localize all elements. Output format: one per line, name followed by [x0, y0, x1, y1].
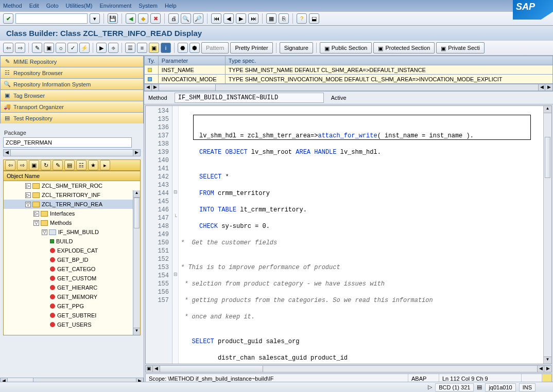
tree-hierarchy-icon[interactable]: ☷: [76, 160, 87, 170]
param-hscroll[interactable]: ◀▶◀▶: [144, 84, 553, 91]
new-session-icon[interactable]: ▦: [266, 13, 276, 24]
tab-mime-repository[interactable]: ✎MIME Repository: [0, 56, 144, 67]
exit-icon[interactable]: ◆: [138, 13, 148, 24]
tree-node[interactable]: ▷ZCL_SHM_TERR_ROC: [4, 181, 140, 190]
package-hscroll[interactable]: ◀▶: [3, 149, 141, 156]
check-icon[interactable]: ✓: [67, 43, 78, 53]
tree-display-icon[interactable]: ✎: [53, 160, 63, 170]
tree-filter-icon[interactable]: ▤: [64, 160, 75, 170]
object-list-icon[interactable]: ☰: [125, 43, 135, 53]
tree-leaf[interactable]: GET_PPG: [4, 301, 140, 311]
menu-help[interactable]: Help: [165, 3, 177, 9]
method-icon: [50, 276, 55, 281]
status-server: jq01a010: [485, 383, 515, 391]
tree-leaf[interactable]: GET_CUSTOM: [4, 274, 140, 283]
protected-section-button[interactable]: ▣Protected Section: [373, 42, 435, 54]
find-icon[interactable]: 🔍: [181, 13, 191, 24]
status-server-icon: ▤: [477, 384, 482, 390]
help-icon-2[interactable]: i: [161, 43, 171, 53]
signature-button[interactable]: Signature: [280, 42, 313, 54]
tree-up-icon[interactable]: ▣: [29, 160, 39, 170]
activate-icon[interactable]: ⚡: [79, 43, 90, 53]
object-tree[interactable]: ▷ZCL_SHM_TERR_ROC ▷ZCL_TERRITORY_INF ▽ZC…: [3, 181, 141, 335]
other-object-icon[interactable]: ▣: [44, 43, 54, 53]
breakpoint-icon[interactable]: ⬣: [178, 43, 188, 53]
tab-tag-browser[interactable]: ▣Tag Browser: [0, 90, 144, 101]
find-next-icon[interactable]: 🔎: [193, 13, 203, 24]
fold-gutter[interactable]: ⊟└⊟: [172, 106, 179, 364]
code-area[interactable]: lv_shm_hdl = zcl_shm_terr_area=>attach_f…: [179, 106, 543, 364]
tree-more-icon[interactable]: ▸: [100, 160, 110, 170]
tree-leaf[interactable]: EXPLODE_CAT: [4, 246, 140, 255]
param-col-type[interactable]: Ty.: [145, 56, 159, 65]
tree-node[interactable]: ▷ZCL_TERRITORY_INF: [4, 190, 140, 200]
pretty-printer-button[interactable]: Pretty Printer: [230, 42, 272, 54]
tab-repository-browser[interactable]: ☷Repository Browser: [0, 67, 144, 78]
private-section-button[interactable]: ▣Private Secti: [436, 42, 485, 54]
param-col-typespec[interactable]: Type spec.: [225, 56, 552, 65]
tree-node[interactable]: ▽IF_SHM_BUILD: [4, 227, 140, 237]
tree-leaf-build[interactable]: BUILD: [4, 237, 140, 246]
display-change-icon[interactable]: ✎: [32, 43, 42, 53]
shortcut-icon[interactable]: ⎘: [279, 13, 289, 24]
first-page-icon[interactable]: ⏮: [211, 13, 221, 24]
editor-vscroll[interactable]: ▲▼: [543, 106, 551, 364]
where-used-icon[interactable]: ⎆: [108, 43, 118, 53]
tab-test-repository[interactable]: ▤Test Repository: [0, 112, 144, 123]
breakpoint-session-icon[interactable]: ⬢: [189, 43, 200, 53]
tree-node-selected[interactable]: ▽ZCL_TERR_INFO_REA: [4, 200, 140, 209]
menu-system[interactable]: System: [139, 3, 158, 9]
nav-back-icon[interactable]: ⇦: [3, 43, 13, 53]
nav-forward-icon[interactable]: ⇨: [15, 43, 25, 53]
tree-vscroll[interactable]: ▲▼: [133, 190, 140, 335]
help-icon[interactable]: ?: [297, 13, 307, 24]
tree-leaf[interactable]: GET_MEMORY: [4, 292, 140, 301]
param-row[interactable]: INVOCATION_MODE TYPE SHM_CONSTR_INVOCATI…: [145, 75, 553, 84]
editor-hscroll[interactable]: ▣◀◀▶: [145, 365, 552, 372]
tree-refresh-icon[interactable]: ↻: [41, 160, 51, 170]
code-editor[interactable]: 1341351361371381391401411421431441451461…: [145, 105, 552, 364]
tree-fwd-icon[interactable]: ⇨: [17, 160, 27, 170]
param-col-parameter[interactable]: Parameter: [158, 56, 225, 65]
tab-repository-info-system[interactable]: 🔍Repository Information System: [0, 78, 144, 90]
enhance-icon[interactable]: ☼: [56, 43, 66, 53]
package-input[interactable]: [3, 137, 132, 148]
test-icon[interactable]: ▶: [96, 43, 107, 53]
nav-stack-icon[interactable]: ≡: [137, 43, 147, 53]
tree-leaf[interactable]: GET_CATEGO: [4, 264, 140, 274]
menu-utilities[interactable]: Utilities(M): [66, 3, 93, 9]
menu-edit[interactable]: Edit: [29, 3, 39, 9]
pattern-button[interactable]: Pattern: [201, 42, 229, 54]
tree-toolbar: ⇦ ⇨ ▣ ↻ ✎ ▤ ☷ ★ ▸: [3, 159, 141, 171]
back-icon[interactable]: ◀: [126, 13, 136, 24]
prev-page-icon[interactable]: ◀: [223, 13, 234, 24]
fullscreen-icon[interactable]: ▣: [149, 43, 159, 53]
tree-back-icon[interactable]: ⇦: [5, 160, 15, 170]
cancel-icon[interactable]: ✖: [150, 13, 161, 24]
method-name-field[interactable]: IF_SHM_BUILD_INSTANCE~BUILD: [175, 93, 324, 103]
last-page-icon[interactable]: ⏭: [248, 13, 258, 24]
status-nav-icon[interactable]: ▷: [428, 384, 432, 390]
command-field[interactable]: [15, 13, 88, 24]
method-icon: [50, 257, 55, 262]
dropdown-icon[interactable]: ▾: [90, 13, 100, 24]
menu-method[interactable]: Method: [3, 3, 22, 9]
tree-favorites-icon[interactable]: ★: [88, 160, 98, 170]
tree-leaf[interactable]: GET_SUBTREI: [4, 311, 140, 320]
public-section-button[interactable]: ▣Public Section: [320, 42, 372, 54]
tree-node[interactable]: ▽Methods: [4, 218, 140, 227]
menu-goto[interactable]: Goto: [46, 3, 59, 9]
next-page-icon[interactable]: ▶: [236, 13, 246, 24]
tab-transport-organizer[interactable]: 🚚Transport Organizer: [0, 101, 144, 112]
save-icon[interactable]: 💾: [108, 13, 118, 24]
print-icon[interactable]: 🖨: [168, 13, 179, 24]
param-row[interactable]: INST_NAME TYPE SHM_INST_NAME DEFAULT CL_…: [145, 65, 553, 75]
app-toolbar: ⇦ ⇨ ✎ ▣ ☼ ✓ ⚡ ▶ ⎆ ☰ ≡ ▣ i ⬣ ⬢ Pattern Pr…: [0, 40, 553, 56]
tree-node[interactable]: ▷Interfaces: [4, 209, 140, 218]
ok-icon[interactable]: ✔: [3, 13, 13, 24]
tree-leaf[interactable]: GET_USERS: [4, 320, 140, 329]
layout-icon[interactable]: ⬓: [309, 13, 319, 24]
menu-environment[interactable]: Environment: [99, 3, 131, 9]
tree-leaf[interactable]: GET_BP_ID: [4, 255, 140, 264]
tree-leaf[interactable]: GET_HIERARC: [4, 283, 140, 292]
